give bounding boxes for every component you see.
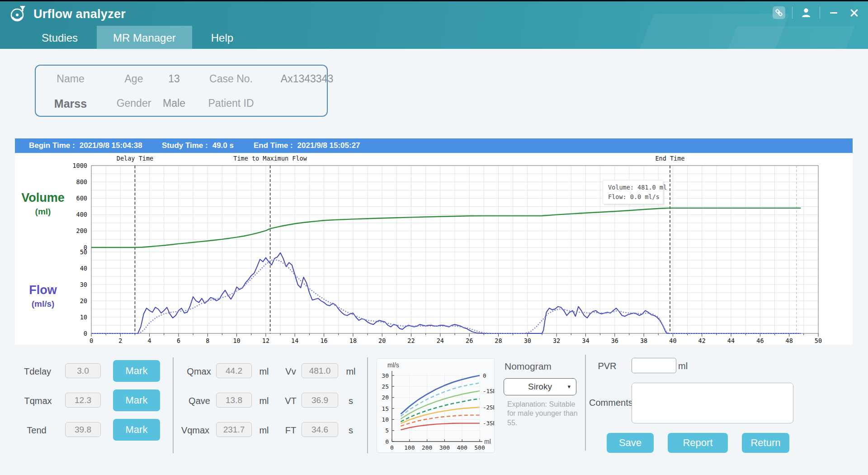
begin-time-value: 2021/9/8 15:04:38 [80, 141, 142, 150]
vv-unit: ml [346, 366, 355, 377]
menu-studies[interactable]: Studies [25, 26, 94, 50]
svg-text:End Time: End Time [655, 155, 684, 162]
tdelay-mark-button[interactable]: Mark [113, 360, 160, 382]
uroflow-chart-svg: 1000800600400200050403020100024681012141… [15, 154, 853, 345]
tqmax-label: Tqmax [24, 396, 52, 406]
nomogram-chart-svg: 0510152025300100200300400500ml/sml0-1SD-… [377, 359, 494, 452]
svg-text:100: 100 [404, 444, 415, 451]
svg-text:Flow: 0.0 ml/s: Flow: 0.0 ml/s [608, 193, 660, 200]
nomogram-select[interactable]: Siroky ▾ [504, 378, 576, 395]
main-menu: Studies MR Manager Help [25, 26, 250, 50]
vqmax-unit: ml [259, 425, 269, 436]
svg-text:Volume: 481.0 ml: Volume: 481.0 ml [608, 184, 667, 191]
svg-text:0: 0 [390, 444, 394, 451]
svg-text:Flow: Flow [29, 283, 57, 297]
patient-age-label: Age [125, 73, 143, 85]
return-button[interactable]: Return [742, 433, 789, 453]
study-time: Study Time :49.0 s [162, 138, 234, 153]
svg-text:200: 200 [422, 444, 432, 451]
svg-text:24: 24 [437, 337, 444, 344]
uroflow-chart[interactable]: 1000800600400200050403020100024681012141… [15, 154, 853, 345]
user-button[interactable] [799, 6, 813, 19]
svg-text:26: 26 [466, 337, 473, 344]
svg-text:20: 20 [382, 394, 389, 401]
report-button[interactable]: Report [668, 433, 728, 453]
svg-text:14: 14 [291, 337, 298, 344]
tdelay-input[interactable] [65, 363, 101, 378]
header-decoration [727, 26, 854, 50]
time-bar: Begin Time :2021/9/8 15:04:38 Study Time… [15, 138, 853, 153]
tend-mark-button[interactable]: Mark [113, 419, 160, 441]
svg-text:0: 0 [84, 330, 87, 337]
tqmax-mark-button[interactable]: Mark [113, 390, 160, 411]
title-bar: Urflow analyzer [0, 0, 868, 49]
svg-text:30: 30 [524, 337, 531, 344]
ft-input[interactable] [302, 422, 338, 437]
svg-text:25: 25 [382, 383, 389, 390]
svg-text:1000: 1000 [72, 162, 87, 169]
caret-down-icon: ▾ [567, 379, 571, 395]
patient-id-label: Patient ID [208, 97, 254, 109]
svg-text:20: 20 [378, 337, 386, 344]
begin-time: Begin Time :2021/9/8 15:04:38 [29, 138, 142, 153]
menu-mr-manager[interactable]: MR Manager [97, 26, 192, 50]
vv-label: Vv [285, 366, 296, 377]
patient-info-card: Name Age 13 Case No. Ax1343343 Marss Gen… [35, 65, 328, 117]
svg-text:4: 4 [148, 337, 151, 344]
svg-text:42: 42 [698, 337, 706, 344]
svg-text:40: 40 [669, 337, 676, 344]
end-time: End Time :2021/9/8 15:05:27 [254, 138, 360, 153]
qave-input[interactable] [216, 393, 252, 408]
tend-input[interactable] [65, 422, 101, 437]
svg-text:22: 22 [407, 337, 415, 344]
patient-gender-label: Gender [117, 97, 151, 109]
section-divider [173, 357, 174, 453]
svg-text:6: 6 [177, 337, 180, 344]
vqmax-input[interactable] [216, 422, 252, 437]
qave-unit: ml [259, 396, 269, 406]
svg-text:ml/s: ml/s [387, 361, 399, 369]
svg-text:200: 200 [76, 227, 87, 234]
svg-text:500: 500 [474, 444, 485, 451]
minimize-button[interactable] [827, 6, 840, 19]
pvr-input[interactable] [632, 358, 676, 373]
link-button[interactable] [773, 6, 785, 19]
svg-text:Delay Time: Delay Time [117, 155, 153, 162]
vt-input[interactable] [302, 393, 338, 408]
user-icon [800, 7, 812, 19]
svg-text:40: 40 [80, 265, 87, 272]
qmax-input[interactable] [216, 363, 252, 378]
svg-text:-2SD: -2SD [483, 404, 494, 411]
end-time-label: End Time : [254, 141, 293, 150]
pvr-unit: ml [678, 361, 688, 371]
comments-input[interactable] [632, 383, 793, 423]
tdelay-label: Tdelay [24, 366, 51, 377]
svg-text:50: 50 [815, 337, 822, 344]
tend-label: Tend [27, 425, 46, 436]
svg-text:ml: ml [484, 438, 491, 445]
svg-text:10: 10 [382, 416, 389, 423]
svg-text:400: 400 [76, 211, 87, 218]
svg-text:0: 0 [385, 438, 389, 445]
menu-help[interactable]: Help [195, 26, 250, 50]
svg-text:5: 5 [385, 427, 389, 434]
vqmax-label: Vqmax [181, 425, 209, 436]
vv-input[interactable] [302, 363, 338, 378]
qmax-unit: ml [259, 366, 269, 377]
window-controls [773, 6, 861, 19]
tqmax-input[interactable] [65, 393, 101, 408]
section-divider [367, 357, 368, 453]
nomogram-chart: 0510152025300100200300400500ml/sml0-1SD-… [377, 358, 495, 453]
svg-text:600: 600 [76, 195, 87, 202]
qmax-label: Qmax [187, 366, 211, 377]
results-panel: Tdelay Mark Tqmax Mark Tend Mark Qmax ml… [0, 345, 868, 475]
close-button[interactable] [847, 6, 861, 19]
save-button[interactable]: Save [607, 433, 654, 453]
patient-case-label: Case No. [209, 73, 253, 85]
nomogram-explanation: Explanation: Suitable for male younger t… [507, 400, 579, 428]
svg-text:300: 300 [439, 444, 450, 451]
svg-text:10: 10 [80, 314, 87, 321]
svg-text:38: 38 [640, 337, 647, 344]
svg-text:34: 34 [582, 337, 589, 344]
svg-text:8: 8 [206, 337, 209, 344]
